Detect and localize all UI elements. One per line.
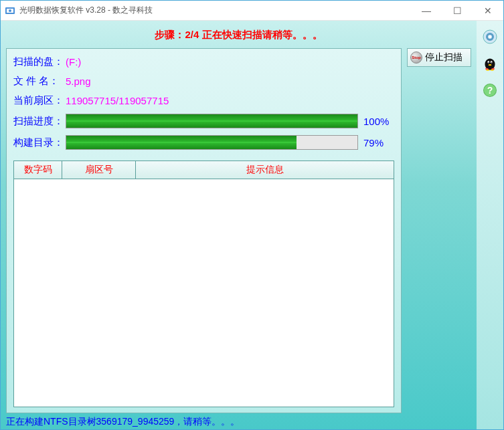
titlebar: 光明数据恢复软件 v3.28 - 数之寻科技 — ☐ ✕: [1, 1, 503, 21]
scan-progress-pct: 100%: [363, 116, 394, 127]
build-progress-pct: 79%: [363, 137, 394, 148]
svg-point-4: [489, 35, 491, 38]
close-button[interactable]: ✕: [473, 1, 503, 20]
app-icon: [5, 5, 15, 16]
file-row: 文 件 名： 5.png: [13, 75, 394, 88]
main-area: 步骤：2/4 正在快速扫描请稍等。。。 扫描的盘： (F:) 文 件 名： 5.…: [1, 21, 477, 429]
qq-icon[interactable]: [481, 54, 499, 73]
stop-label: 停止扫描: [425, 51, 463, 64]
maximize-button[interactable]: ☐: [442, 1, 473, 20]
table-header: 数字码 扇区号 提示信息: [14, 161, 394, 179]
col-sector[interactable]: 扇区号: [62, 161, 136, 179]
window-controls: — ☐ ✕: [411, 1, 503, 20]
svg-point-10: [491, 62, 492, 63]
help-icon[interactable]: ?: [481, 81, 499, 100]
build-progress-label: 构建目录：: [13, 136, 66, 149]
sector-row: 当前扇区： 119057715/119057715: [13, 94, 394, 107]
build-progress-bar: [66, 135, 358, 150]
scan-progress-label: 扫描进度：: [13, 115, 66, 128]
step-label: 步骤：2/4 正在快速扫描请稍等。。。: [6, 29, 471, 41]
svg-point-11: [489, 64, 492, 66]
file-label: 文 件 名：: [13, 75, 66, 88]
results-table: 数字码 扇区号 提示信息: [13, 160, 394, 407]
disk-row: 扫描的盘： (F:): [13, 56, 394, 68]
scan-progress-bar: [66, 114, 358, 128]
disk-value: (F:): [66, 56, 81, 68]
build-progress-row: 构建目录： 79%: [13, 135, 394, 150]
window-title: 光明数据恢复软件 v3.28 - 数之寻科技: [19, 5, 411, 16]
svg-point-9: [489, 62, 489, 63]
stop-icon: Stop: [410, 51, 422, 64]
content-row: 扫描的盘： (F:) 文 件 名： 5.png 当前扇区： 119057715/…: [6, 48, 471, 413]
file-value: 5.png: [66, 76, 91, 87]
svg-text:?: ?: [487, 85, 493, 96]
table-body: [14, 179, 394, 407]
sector-label: 当前扇区：: [13, 94, 66, 107]
svg-point-12: [486, 70, 489, 71]
status-text: 正在构建NTFS目录树3569179_9945259，请稍等。。。: [6, 413, 471, 429]
build-progress-fill: [66, 136, 297, 149]
window-body: 步骤：2/4 正在快速扫描请稍等。。。 扫描的盘： (F:) 文 件 名： 5.…: [1, 21, 503, 429]
scan-progress-fill: [66, 114, 357, 128]
svg-point-13: [491, 70, 494, 71]
minimize-button[interactable]: —: [411, 1, 442, 20]
disk-label: 扫描的盘：: [13, 56, 66, 68]
app-window: 光明数据恢复软件 v3.28 - 数之寻科技 — ☐ ✕ 步骤：2/4 正在快速…: [0, 0, 504, 430]
settings-icon[interactable]: [481, 27, 499, 46]
scan-progress-row: 扫描进度： 100%: [13, 114, 394, 128]
stop-box: Stop 停止扫描: [407, 48, 471, 413]
sector-value: 119057715/119057715: [66, 95, 169, 106]
stop-scan-button[interactable]: Stop 停止扫描: [407, 48, 471, 67]
col-hint[interactable]: 提示信息: [136, 161, 394, 179]
scan-panel: 扫描的盘： (F:) 文 件 名： 5.png 当前扇区： 119057715/…: [6, 48, 402, 413]
col-digit[interactable]: 数字码: [14, 161, 62, 179]
svg-point-2: [9, 9, 11, 12]
sidebar: ?: [477, 21, 503, 429]
